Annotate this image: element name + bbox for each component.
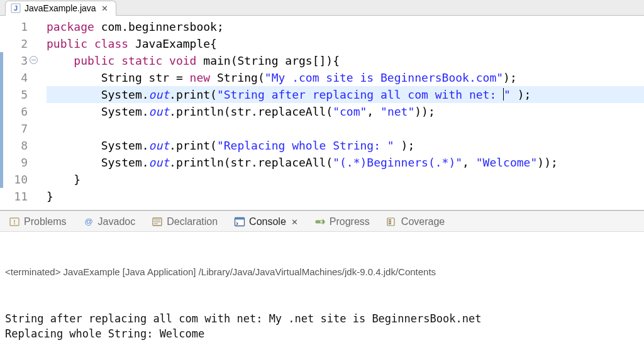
editor-gutter: 1234567891011 xyxy=(0,16,44,210)
svg-rect-9 xyxy=(316,221,320,223)
change-marker-icon xyxy=(0,171,3,188)
view-tab-label: Progress xyxy=(330,216,370,227)
view-tab-console[interactable]: Console✕ xyxy=(231,215,301,229)
line-number: 4 xyxy=(0,69,39,86)
console-status: <terminated> JavaExample [Java Applicati… xyxy=(5,265,639,281)
editor-tab-label: JavaExample.java xyxy=(25,3,96,13)
line-number: 3 xyxy=(0,52,39,69)
change-marker-icon xyxy=(0,154,3,171)
view-tab-label: Javadoc xyxy=(98,216,136,227)
code-editor[interactable]: 1234567891011 package com.beginnersbook;… xyxy=(0,16,644,211)
coverage-icon xyxy=(386,216,397,227)
line-number: 8 xyxy=(0,137,39,154)
java-file-icon: J xyxy=(11,3,21,13)
view-tab-problems[interactable]: Problems xyxy=(6,215,69,229)
line-number: 11 xyxy=(0,188,39,205)
console-icon xyxy=(234,216,245,227)
view-tab-coverage[interactable]: Coverage xyxy=(384,215,447,229)
line-number: 5 xyxy=(0,86,39,103)
code-line[interactable]: public static void main(String args[]){ xyxy=(47,52,644,69)
javadoc-icon: @ xyxy=(83,216,94,227)
svg-rect-12 xyxy=(389,221,391,222)
console-line: String after replacing all com with net:… xyxy=(5,311,639,326)
svg-rect-13 xyxy=(389,223,391,224)
view-tab-label: Coverage xyxy=(401,216,445,227)
code-line[interactable]: package com.beginnersbook; xyxy=(47,18,644,35)
change-marker-icon xyxy=(0,69,3,86)
editor-tabbar: J JavaExample.java ✕ xyxy=(0,0,644,16)
change-marker-icon xyxy=(0,120,3,137)
change-marker-icon xyxy=(0,137,3,154)
svg-text:J: J xyxy=(14,4,18,12)
code-line[interactable]: System.out.println(str.replaceAll("com",… xyxy=(47,103,644,120)
view-tab-label: Declaration xyxy=(167,216,218,227)
view-tab-javadoc[interactable]: @Javadoc xyxy=(80,215,138,229)
progress-icon xyxy=(314,216,326,227)
change-marker-icon xyxy=(0,52,3,69)
svg-rect-11 xyxy=(389,219,391,221)
bottom-panel: Problems@JavadocDeclarationConsole✕Progr… xyxy=(0,211,644,350)
view-tab-label: Problems xyxy=(24,216,67,227)
console-line: Replacing whole String: Welcome xyxy=(5,326,639,341)
svg-rect-7 xyxy=(235,218,245,220)
editor-code-area[interactable]: package com.beginnersbook;public class J… xyxy=(44,16,644,210)
view-tab-declaration[interactable]: Declaration xyxy=(149,215,220,229)
code-line[interactable]: String str = new String("My .com site is… xyxy=(47,69,644,86)
console-lines: String after replacing all com with net:… xyxy=(5,311,639,341)
line-number: 1 xyxy=(0,18,39,35)
line-number: 10 xyxy=(0,171,39,188)
code-line[interactable]: System.out.print("String after replacing… xyxy=(47,86,644,103)
svg-text:@: @ xyxy=(84,217,92,226)
console-output[interactable]: <terminated> JavaExample [Java Applicati… xyxy=(0,232,644,350)
code-line[interactable]: } xyxy=(47,171,644,188)
declaration-icon xyxy=(152,216,163,227)
code-line[interactable]: System.out.println(str.replaceAll("(.*)B… xyxy=(47,154,644,171)
code-line[interactable]: public class JavaExample{ xyxy=(47,35,644,52)
line-number: 7 xyxy=(0,120,39,137)
editor-tab-close-icon[interactable]: ✕ xyxy=(100,4,109,13)
line-number: 2 xyxy=(0,35,39,52)
editor-tab-javaexample[interactable]: J JavaExample.java ✕ xyxy=(5,1,116,16)
fold-toggle-icon[interactable] xyxy=(30,56,38,64)
line-number: 6 xyxy=(0,103,39,120)
view-tab-close-icon[interactable]: ✕ xyxy=(291,217,298,227)
change-marker-icon xyxy=(0,103,3,120)
code-line[interactable]: System.out.print("Replacing whole String… xyxy=(47,137,644,154)
problems-icon xyxy=(9,216,20,227)
code-line[interactable]: } xyxy=(47,188,644,205)
view-tab-progress[interactable]: Progress xyxy=(312,215,372,229)
view-tab-label: Console xyxy=(249,216,286,227)
view-tabs: Problems@JavadocDeclarationConsole✕Progr… xyxy=(0,211,644,232)
svg-point-3 xyxy=(14,223,15,224)
line-number: 9 xyxy=(0,154,39,171)
code-line[interactable] xyxy=(47,120,644,137)
change-marker-icon xyxy=(0,86,3,103)
